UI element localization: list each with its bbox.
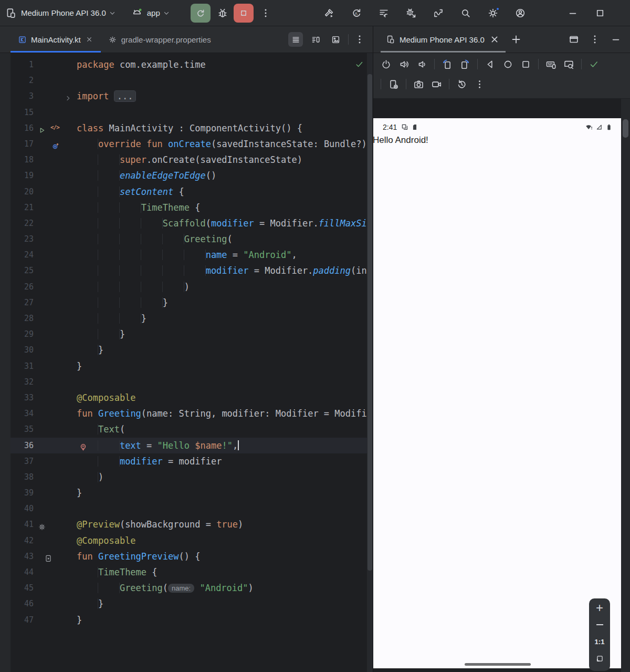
video-icon[interactable] xyxy=(431,79,442,90)
code-line-40[interactable]: 40 xyxy=(10,501,367,516)
code-line-25[interactable]: 25 modifier = Modifier.padding(innerPadd… xyxy=(10,263,367,278)
power-icon[interactable] xyxy=(381,59,392,70)
gesture-navigation-bar[interactable] xyxy=(465,663,531,666)
view-design-icon[interactable] xyxy=(328,32,343,47)
status-check-icon[interactable] xyxy=(589,59,600,70)
search-icon[interactable] xyxy=(460,7,471,19)
rerun-button[interactable] xyxy=(191,4,211,23)
code-line-41[interactable]: 41@Preview(showBackground = true) xyxy=(10,516,367,532)
build-icon[interactable] xyxy=(323,7,335,19)
code-line-15[interactable]: 15 xyxy=(10,105,367,120)
sync-project-icon[interactable]: A xyxy=(351,7,362,19)
bulb-icon[interactable] xyxy=(79,441,88,450)
tab-gradle-wrapper[interactable]: gradle-wrapper.properties xyxy=(101,26,218,53)
code-line-36[interactable]: 36 text = "Hello $name!", xyxy=(10,438,367,453)
code-line-26[interactable]: 26 ) xyxy=(10,279,367,295)
fold-icon[interactable] xyxy=(64,92,72,100)
reset-icon[interactable] xyxy=(456,79,467,90)
phone-screen[interactable]: 2:41 Hello Android! + 1:1 xyxy=(373,118,622,668)
code-line-20[interactable]: 20 setContent { xyxy=(10,184,367,200)
code-line-43[interactable]: 43fun GreetingPreview() { xyxy=(10,549,367,564)
code-line-44[interactable]: 44 TimeTheme { xyxy=(10,564,367,580)
minimize-icon[interactable] xyxy=(610,34,622,45)
close-icon[interactable] xyxy=(85,35,93,44)
module-selector[interactable]: app xyxy=(147,8,160,17)
rotate-right-icon[interactable] xyxy=(459,59,470,70)
scrollbar-thumb[interactable] xyxy=(368,74,372,571)
editor-scrollbar[interactable] xyxy=(367,53,373,672)
code-line-23[interactable]: 23 Greeting( xyxy=(10,231,367,247)
code-line-29[interactable]: 29 } xyxy=(10,326,367,342)
zoom-out-button[interactable] xyxy=(593,618,606,631)
gear-icon[interactable] xyxy=(38,521,46,529)
stop-button[interactable] xyxy=(234,4,254,23)
code-line-35[interactable]: 35 Text( xyxy=(10,421,367,437)
zoom-in-button[interactable]: + xyxy=(593,602,606,614)
maximize-icon[interactable] xyxy=(594,7,606,19)
code-line-30[interactable]: 30 } xyxy=(10,342,367,358)
code-editor[interactable]: 1package com.example.time23import ...151… xyxy=(10,53,373,672)
chevron-down-icon[interactable] xyxy=(108,9,117,17)
code-line-32[interactable]: 32 xyxy=(10,374,367,390)
window-icon[interactable] xyxy=(568,34,580,45)
scrollbar-thumb[interactable] xyxy=(623,119,628,138)
code-line-24[interactable]: 24 name = "Android", xyxy=(10,247,367,263)
code-line-28[interactable]: 28 } xyxy=(10,311,367,326)
tab-options-icon[interactable] xyxy=(354,34,365,45)
run-icon[interactable] xyxy=(38,124,46,132)
code-line-46[interactable]: 46 } xyxy=(10,596,367,612)
code-line-3[interactable]: 3import ... xyxy=(10,88,367,104)
volume-up-icon[interactable] xyxy=(398,59,410,70)
code-line-17[interactable]: 17 override fun onCreate(savedInstanceSt… xyxy=(10,136,367,152)
camera-icon[interactable] xyxy=(413,79,424,90)
code-line-27[interactable]: 27 } xyxy=(10,295,367,311)
settings-icon[interactable] xyxy=(487,7,499,19)
account-icon[interactable] xyxy=(514,7,526,19)
run-configurations-icon[interactable] xyxy=(378,7,390,19)
code-line-1[interactable]: 1package com.example.time xyxy=(10,57,367,73)
code-line-22[interactable]: 22 Scaffold(modifier = Modifier.fillMaxS… xyxy=(10,215,367,231)
rotate-left-icon[interactable] xyxy=(442,59,453,70)
code-line-47[interactable]: 47} xyxy=(10,612,367,628)
code-line-19[interactable]: 19 enableEdgeToEdge() xyxy=(10,168,367,183)
profiler-icon[interactable] xyxy=(433,7,444,19)
add-device-icon[interactable] xyxy=(510,33,522,46)
code-line-18[interactable]: 18 super.onCreate(savedInstanceState) xyxy=(10,152,367,168)
screen-search-icon[interactable] xyxy=(563,59,574,70)
back-icon[interactable] xyxy=(485,59,496,70)
more-icon[interactable] xyxy=(589,34,601,45)
zoom-reset-button[interactable]: 1:1 xyxy=(593,635,606,648)
minimize-icon[interactable] xyxy=(567,7,579,19)
device-tab[interactable]: Medium Phone API 36.0 xyxy=(381,26,506,53)
code-line-45[interactable]: 45 Greeting(name: "Android") xyxy=(10,580,367,596)
code-line-21[interactable]: 21 TimeTheme { xyxy=(10,200,367,215)
preview-icon[interactable] xyxy=(44,552,52,561)
attach-debugger-icon[interactable] xyxy=(405,7,417,19)
volume-down-icon[interactable] xyxy=(416,59,427,70)
more-actions-icon[interactable] xyxy=(260,7,271,19)
chevron-down-icon[interactable] xyxy=(162,9,171,17)
view-split-icon[interactable] xyxy=(308,32,323,47)
device-selector[interactable]: Medium Phone API 36.0 xyxy=(21,8,106,17)
code-line-38[interactable]: 38 ) xyxy=(10,469,367,485)
keyboard-icon[interactable] xyxy=(545,59,556,70)
code-line-31[interactable]: 31} xyxy=(10,358,367,374)
code-line-2[interactable]: 2 xyxy=(10,73,367,88)
tab-mainactivity[interactable]: MainActivity.kt xyxy=(10,26,101,53)
markup-icon[interactable]: </> xyxy=(50,124,59,132)
inspections-ok-icon[interactable] xyxy=(354,59,364,69)
code-line-42[interactable]: 42@Composable xyxy=(10,533,367,549)
code-line-37[interactable]: 37 modifier = modifier xyxy=(10,453,367,469)
device-settings-icon[interactable] xyxy=(388,79,399,90)
code-line-34[interactable]: 34fun Greeting(name: String, modifier: M… xyxy=(10,406,367,421)
overview-icon[interactable] xyxy=(520,59,531,70)
fit-screen-button[interactable] xyxy=(593,652,606,665)
code-line-33[interactable]: 33@Composable xyxy=(10,390,367,406)
home-icon[interactable] xyxy=(502,59,513,70)
view-editor-icon[interactable] xyxy=(288,32,303,47)
override-icon[interactable] xyxy=(51,140,60,148)
debug-button[interactable] xyxy=(217,7,228,19)
more-icon[interactable] xyxy=(474,79,485,90)
code-line-39[interactable]: 39} xyxy=(10,485,367,501)
close-icon[interactable] xyxy=(489,34,500,45)
